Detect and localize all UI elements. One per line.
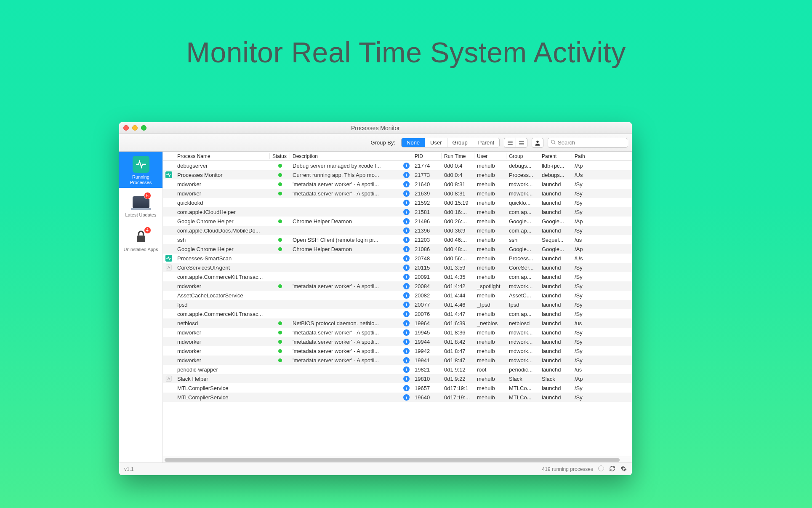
cell-runtime: 0d1:8:47: [442, 357, 474, 364]
scrollbar-thumb[interactable]: [165, 458, 620, 462]
cell-runtime: 0d1:4:44: [442, 292, 474, 299]
table-row[interactable]: Google Chrome HelperChrome Helper Deamon…: [163, 244, 632, 254]
info-icon[interactable]: i: [403, 246, 410, 252]
info-icon[interactable]: i: [403, 209, 410, 215]
cell-pid: 20084: [412, 283, 442, 289]
settings-button[interactable]: [620, 465, 627, 473]
cell-pid: 19941: [412, 357, 442, 364]
info-icon[interactable]: i: [403, 376, 410, 382]
info-icon[interactable]: i: [403, 237, 410, 243]
table-row[interactable]: mdworker'metadata server worker' - A spo…: [163, 281, 632, 291]
table-row[interactable]: mdworker'metadata server worker' - A spo…: [163, 189, 632, 198]
col-runtime[interactable]: Run Time: [442, 153, 474, 159]
table-row[interactable]: com.apple.iCloudHelperi215810d0:16:...me…: [163, 207, 632, 217]
table-row[interactable]: Slack Helperi198100d1:9:22mehulbSlackSla…: [163, 374, 632, 383]
groupby-group[interactable]: Group: [447, 138, 473, 147]
cell-parent: launchd: [539, 339, 572, 345]
info-icon[interactable]: i: [403, 339, 410, 345]
table-row[interactable]: com.apple.CommerceKit.Transac...i200760d…: [163, 309, 632, 318]
table-row[interactable]: mdworker'metadata server worker' - A spo…: [163, 337, 632, 346]
cell-process-name: periodic-wrapper: [175, 366, 270, 373]
groupby-none[interactable]: None: [402, 138, 425, 147]
groupby-user[interactable]: User: [425, 138, 447, 147]
info-icon[interactable]: i: [403, 218, 410, 225]
table-row[interactable]: Google Chrome HelperChrome Helper Deamon…: [163, 217, 632, 226]
info-icon[interactable]: i: [403, 302, 410, 308]
cell-status: [270, 331, 290, 334]
cell-description: 'metadata server worker' - A spotli...i: [290, 283, 412, 289]
cell-description: Debug server managed by xcode f...i: [290, 163, 412, 169]
info-icon[interactable]: i: [403, 227, 410, 234]
search-input[interactable]: [558, 139, 628, 146]
info-icon[interactable]: i: [403, 311, 410, 317]
table-row[interactable]: debugserverDebug server managed by xcode…: [163, 161, 632, 170]
table-row[interactable]: mdworker'metadata server worker' - A spo…: [163, 179, 632, 189]
info-icon[interactable]: i: [403, 163, 410, 169]
table-row[interactable]: periodic-wrapperi198210d1:9:12rootperiod…: [163, 365, 632, 374]
table-body[interactable]: debugserverDebug server managed by xcode…: [163, 161, 632, 457]
table-row[interactable]: com.apple.CloudDocs.MobileDo...i213960d0…: [163, 226, 632, 235]
cell-path: /Sy: [572, 274, 591, 280]
cell-parent: launchd: [539, 227, 572, 234]
cell-group: Process...: [506, 172, 539, 178]
table-row[interactable]: CoreServicesUIAgenti201150d1:3:59mehulbC…: [163, 263, 632, 272]
view-expanded-button[interactable]: [516, 138, 527, 148]
cell-process-name: AssetCacheLocatorService: [175, 292, 270, 299]
table-row[interactable]: Processes-SmartScani207480d0:56:...mehul…: [163, 254, 632, 263]
cell-pid: 19810: [412, 376, 442, 382]
view-compact-button[interactable]: [504, 138, 516, 148]
info-icon[interactable]: i: [403, 190, 410, 197]
cell-parent: launchd: [539, 311, 572, 317]
search-field[interactable]: [548, 138, 628, 148]
table-row[interactable]: mdworker'metadata server worker' - A spo…: [163, 356, 632, 365]
col-status[interactable]: Status: [270, 153, 290, 159]
table-row[interactable]: quicklookdi215920d0:15:19mehulbquicklo..…: [163, 198, 632, 207]
horizontal-scrollbar[interactable]: [163, 457, 632, 463]
user-filter-button[interactable]: [532, 138, 543, 148]
info-icon[interactable]: i: [403, 274, 410, 280]
cell-status: [270, 238, 290, 242]
cell-group: mdwork...: [506, 357, 539, 364]
table-row[interactable]: mdworker'metadata server worker' - A spo…: [163, 346, 632, 356]
info-icon[interactable]: i: [403, 357, 410, 364]
cell-group: Process...: [506, 255, 539, 262]
cell-pid: 19657: [412, 385, 442, 391]
table-row[interactable]: fpsdi200770d1:4:46_fpsdfpsdlaunchd/Sy: [163, 300, 632, 309]
info-icon[interactable]: i: [403, 320, 410, 326]
groupby-parent[interactable]: Parent: [473, 138, 499, 147]
col-path[interactable]: Path: [572, 153, 591, 159]
info-icon[interactable]: i: [403, 348, 410, 354]
col-description[interactable]: Description: [290, 153, 412, 159]
info-icon[interactable]: i: [403, 181, 410, 187]
table-row[interactable]: MTLCompilerServicei196400d17:19:...mehul…: [163, 393, 632, 402]
cell-description: i: [290, 200, 412, 206]
table-row[interactable]: mdworker'metadata server worker' - A spo…: [163, 328, 632, 337]
info-icon[interactable]: i: [403, 292, 410, 299]
sidebar-item-latest-updates[interactable]: 6 Latest Updates: [119, 188, 162, 222]
table-row[interactable]: AssetCacheLocatorServicei200820d1:4:44me…: [163, 291, 632, 300]
info-icon[interactable]: i: [403, 255, 410, 262]
col-parent[interactable]: Parent: [539, 153, 572, 159]
info-icon[interactable]: i: [403, 329, 410, 336]
svg-line-2: [554, 143, 555, 144]
sidebar-item-running-processes[interactable]: Running Processes: [119, 152, 162, 188]
col-user[interactable]: User: [474, 153, 506, 159]
col-pid[interactable]: PID: [412, 153, 442, 159]
table-row[interactable]: netbiosdNetBIOS protocol daemon. netbio.…: [163, 318, 632, 328]
table-row[interactable]: MTLCompilerServicei196570d17:19:1mehulbM…: [163, 383, 632, 393]
info-icon[interactable]: i: [403, 172, 410, 178]
sidebar-item-uninstalled-apps[interactable]: 4 Uninstalled Apps: [119, 222, 162, 257]
info-icon[interactable]: i: [403, 200, 410, 206]
table-row[interactable]: sshOpen SSH Client (remote login pr...i2…: [163, 235, 632, 244]
info-icon[interactable]: i: [403, 394, 410, 401]
info-icon[interactable]: i: [403, 366, 410, 373]
col-process-name[interactable]: Process Name: [175, 153, 270, 159]
reload-button[interactable]: [609, 465, 615, 473]
table-row[interactable]: Processes MonitorCurrent running app. Th…: [163, 170, 632, 179]
info-icon[interactable]: i: [403, 265, 410, 271]
info-icon[interactable]: i: [403, 283, 410, 289]
table-row[interactable]: com.apple.CommerceKit.Transac...i200910d…: [163, 272, 632, 281]
cell-path: /Sy: [572, 348, 591, 354]
col-group[interactable]: Group: [506, 153, 539, 159]
info-icon[interactable]: i: [403, 385, 410, 391]
